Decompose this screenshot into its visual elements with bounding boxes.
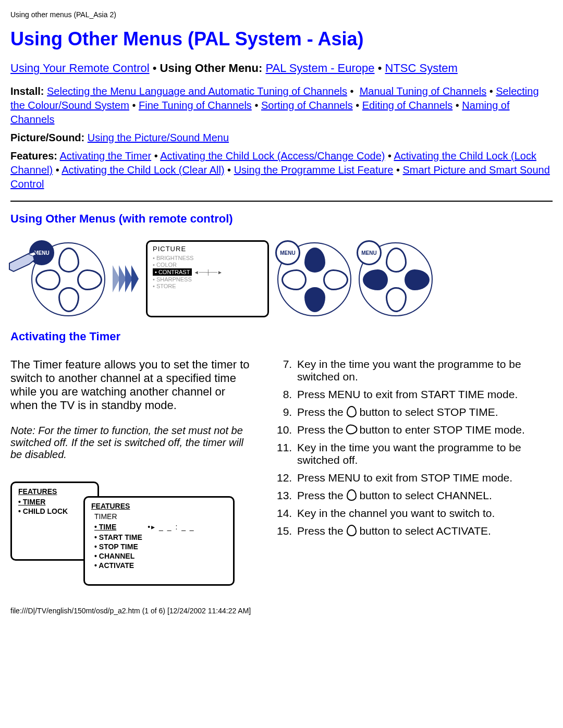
link-install-1[interactable]: Manual Tuning of Channels	[360, 85, 487, 97]
link-feat-0[interactable]: Activating the Timer	[59, 150, 151, 162]
menu-button-icon: MENU	[275, 240, 300, 265]
down-button-icon	[347, 406, 357, 417]
osd-item: • COLOR	[153, 262, 262, 268]
label-install: Install:	[10, 85, 44, 97]
label-picsound: Picture/Sound:	[10, 132, 84, 143]
section-remote-heading: Using Other Menus (with remote control)	[10, 212, 553, 226]
separator: •	[153, 61, 160, 75]
nav-picsound: Picture/Sound: Using the Picture/Sound M…	[10, 131, 553, 145]
link-feat-4[interactable]: Using the Programme List Feature	[234, 164, 394, 176]
features-osd-diagram: FEATURES • TIMER • CHILD LOCK FEATURES T…	[10, 482, 255, 575]
panel-title: FEATURES	[18, 487, 91, 496]
link-picsound[interactable]: Using the Picture/Sound Menu	[88, 132, 229, 143]
osd-highlight: • CONTRAST	[153, 268, 192, 276]
footer-path: file:///D|/TV/english/150mt/osd/p_a2.htm…	[10, 607, 553, 615]
link-pal-europe[interactable]: PAL System - Europe	[265, 61, 374, 75]
link-remote-control[interactable]: Using Your Remote Control	[10, 61, 150, 75]
page-title: Using Other Menus (PAL System - Asia)	[10, 28, 553, 50]
panel-item: • TIMER	[18, 498, 91, 506]
header-path: Using other menus (PAL_Asia 2)	[10, 10, 553, 19]
link-feat-1[interactable]: Activating the Child Lock (Access/Change…	[160, 150, 385, 162]
osd-item: • STORE	[153, 283, 262, 289]
nav-install: Install: Selecting the Menu Language and…	[10, 84, 553, 127]
osd-item: • SHARPNESS	[153, 276, 262, 282]
step-9: Press the button to select STOP TIME.	[295, 406, 537, 418]
step-14: Key in the channel you want to switch to…	[295, 507, 537, 520]
label-features: Features:	[10, 150, 57, 162]
timer-note: Note: For the timer to function, the set…	[10, 425, 255, 461]
remote-pad-press-menu: MENU	[31, 242, 104, 315]
osd-item: • BRIGHTNESS	[153, 255, 262, 261]
remote-pad-updown: MENU	[277, 242, 350, 315]
two-column-layout: The Timer feature allows you to set the …	[10, 358, 553, 575]
menu-button-icon: MENU	[357, 240, 382, 265]
timer-intro: The Timer feature allows you to set the …	[10, 358, 255, 412]
right-button-icon	[346, 425, 357, 435]
link-feat-3[interactable]: Activating the Child Lock (Clear All)	[62, 164, 224, 176]
link-install-3[interactable]: Fine Tuning of Channels	[139, 100, 252, 111]
steps-list: Key in the time you want the programme t…	[276, 358, 537, 537]
divider	[10, 201, 553, 202]
chevron-right-icon	[113, 265, 138, 292]
step-15: Press the button to select ACTIVATE.	[295, 525, 537, 537]
panel-item: • CHANNEL	[94, 552, 227, 560]
step-11: Key in the time you want the programme t…	[295, 441, 537, 466]
down-button-icon	[347, 525, 357, 536]
section-timer-heading: Activating the Timer	[10, 330, 553, 343]
panel-item: • TIME	[94, 523, 116, 531]
panel-item: • START TIME	[94, 533, 227, 541]
link-install-0[interactable]: Selecting the Menu Language and Automati…	[47, 85, 347, 97]
step-13: Press the button to select CHANNEL.	[295, 489, 537, 502]
osd-picture-menu: PICTURE • BRIGHTNESS • COLOR • CONTRAST …	[146, 240, 269, 317]
link-install-4[interactable]: Sorting of Channels	[261, 100, 353, 111]
step-10: Press the button to enter STOP TIME mode…	[295, 424, 537, 436]
separator: •	[378, 61, 385, 75]
panel-item: • STOP TIME	[94, 542, 227, 551]
osd-title: PICTURE	[153, 245, 262, 253]
label-using-other-menu: Using Other Menu:	[160, 61, 263, 75]
step-7: Key in the time you want the programme t…	[295, 358, 537, 383]
column-left: The Timer feature allows you to set the …	[10, 358, 255, 575]
down-button-icon	[347, 489, 357, 501]
finger-icon	[8, 249, 40, 275]
nav-features: Features: Activating the Timer • Activat…	[10, 149, 553, 191]
panel-title: FEATURES	[91, 502, 227, 510]
panel-item: • CHILD LOCK	[18, 507, 91, 515]
column-right: Key in the time you want the programme t…	[276, 358, 537, 575]
step-8: Press MENU to exit from START TIME mode.	[295, 388, 537, 401]
nav-top: Using Your Remote Control • Using Other …	[10, 61, 553, 75]
time-placeholder: •▸ _ _ : _ _	[148, 523, 194, 531]
osd-panel-timer: FEATURES TIMER • TIME •▸ _ _ : _ _ • STA…	[83, 496, 235, 586]
step-12: Press MENU to exit from STOP TIME mode.	[295, 472, 537, 484]
link-install-5[interactable]: Editing of Channels	[362, 100, 452, 111]
panel-subtitle: TIMER	[94, 512, 227, 521]
link-ntsc[interactable]: NTSC System	[385, 61, 458, 75]
panel-item: • ACTIVATE	[94, 561, 227, 570]
remote-pad-leftright: MENU	[359, 242, 432, 315]
diagram-row: MENU PICTURE • BRIGHTNESS • COLOR • CONT…	[10, 240, 553, 317]
